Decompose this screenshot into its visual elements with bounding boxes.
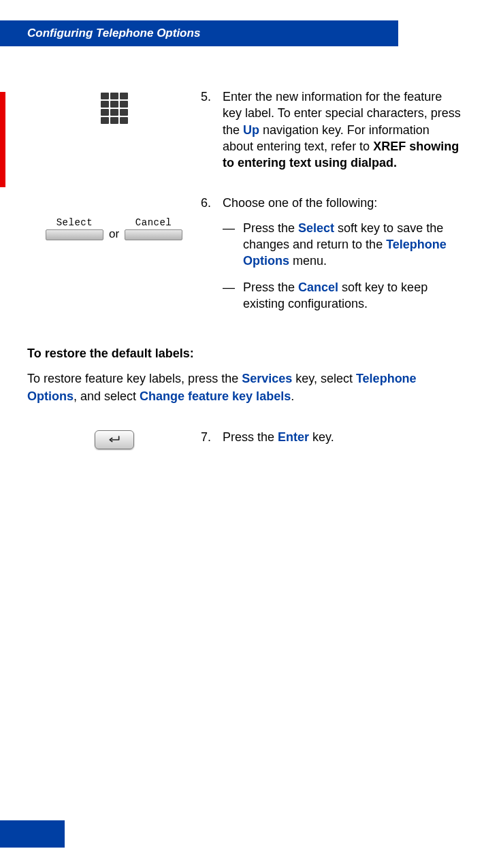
step-number: 7.: [201, 429, 223, 445]
text: key, select: [292, 372, 356, 385]
text: key.: [309, 430, 334, 444]
step-text: Enter the new information for the featur…: [223, 89, 463, 171]
text: , and select: [74, 389, 140, 403]
step-intro: Choose one of the following:: [223, 195, 463, 211]
cancel-button-graphic: [125, 229, 182, 240]
keypad-icon: [101, 93, 128, 124]
dash: —: [223, 220, 243, 270]
cancel-label: Cancel: [135, 217, 172, 228]
cancel-ref: Cancel: [298, 280, 338, 294]
select-label: Select: [57, 217, 93, 228]
content: 5. Enter the new information for the fea…: [27, 89, 463, 473]
header-bar: Configuring Telephone Options: [0, 20, 398, 46]
text: Press the: [223, 430, 278, 444]
services-ref: Services: [242, 372, 292, 385]
select-ref: Select: [298, 221, 334, 235]
select-button-graphic: [46, 229, 103, 240]
option-b: — Press the Cancel soft key to keep exis…: [223, 279, 463, 312]
restore-title: To restore the default labels:: [27, 345, 463, 362]
step-number: 5.: [201, 89, 223, 171]
page-title: Configuring Telephone Options: [27, 27, 200, 40]
step-text: Press the Enter key.: [223, 429, 463, 445]
enter-key-icon: [95, 430, 134, 449]
step-number: 6.: [201, 195, 223, 321]
revision-bar: [0, 92, 5, 187]
text: .: [291, 389, 294, 403]
step-5: 5. Enter the new information for the fea…: [27, 89, 463, 171]
footer-accent: [0, 820, 65, 848]
cancel-softkey: Cancel: [125, 217, 182, 240]
step-6: Select or Cancel 6. Choose one of the fo…: [27, 195, 463, 321]
step-7: 7. Press the Enter key.: [27, 429, 463, 449]
change-feature-key-labels-ref: Change feature key labels: [140, 389, 291, 403]
text: Press the: [243, 280, 298, 294]
text: Press the: [243, 221, 298, 235]
text: menu.: [289, 254, 327, 268]
option-a: — Press the Select soft key to save the …: [223, 220, 463, 270]
enter-key-illustration: [27, 429, 201, 449]
text: To restore feature key labels, press the: [27, 372, 242, 385]
keypad-illustration: [27, 89, 201, 171]
up-key-ref: Up: [243, 123, 259, 137]
restore-section: To restore the default labels: To restor…: [27, 345, 463, 405]
enter-ref: Enter: [278, 430, 309, 444]
select-softkey: Select: [46, 217, 103, 240]
or-text: or: [109, 227, 119, 241]
dash: —: [223, 279, 243, 312]
softkey-illustration: Select or Cancel: [27, 195, 201, 321]
restore-text: To restore feature key labels, press the…: [27, 370, 463, 404]
